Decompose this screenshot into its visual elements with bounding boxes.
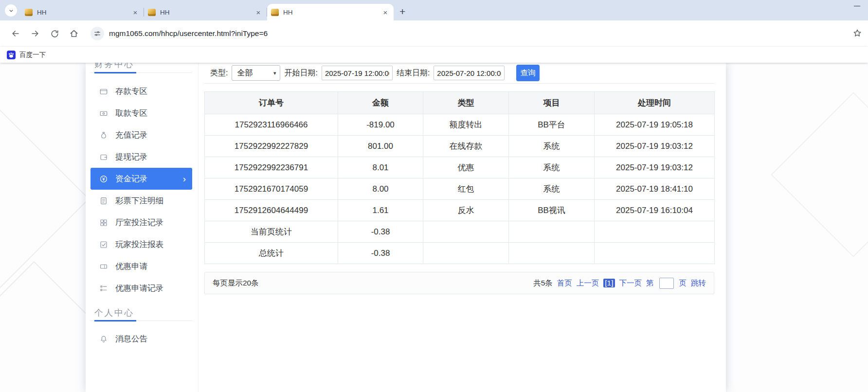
content-panel: 财务中心 存款专区 取款专区 充值记录 xyxy=(86,63,726,392)
cell-type: 在线存款 xyxy=(423,136,509,157)
new-tab-button[interactable]: + xyxy=(399,6,405,17)
search-button[interactable]: 查询 xyxy=(516,65,540,81)
table-row: 1752922992236791 8.01 优惠 系统 2025-07-19 1… xyxy=(205,157,715,178)
chevron-down-icon xyxy=(8,7,15,14)
bookmark-star-button[interactable] xyxy=(852,28,862,39)
bookmark-baidu[interactable]: 百度一下 xyxy=(7,51,46,59)
end-date-label: 结束日期: xyxy=(397,68,430,78)
cell-type: 优惠 xyxy=(423,157,509,178)
table-row-grand-total: 总统计 -0.38 xyxy=(205,243,715,264)
sidebar-item-withdrawal-records[interactable]: 提现记录 xyxy=(90,146,192,168)
sidebar-item-hall-bet-records[interactable]: 厅室投注记录 xyxy=(90,212,192,233)
tab-close-icon[interactable]: × xyxy=(381,8,390,17)
jump-button[interactable]: 跳转 xyxy=(691,278,706,288)
table-row: 1752912604644499 1.61 反水 BB视讯 2025-07-19… xyxy=(205,200,715,221)
cell-project: 系统 xyxy=(509,136,595,157)
site-favicon-icon xyxy=(25,9,33,16)
prev-page-link[interactable]: 上一页 xyxy=(577,278,599,288)
sidebar-item-label: 充值记录 xyxy=(115,130,147,141)
grid-icon xyxy=(99,218,108,227)
bank-card-icon xyxy=(99,87,108,96)
cell-order-no: 1752922992236791 xyxy=(205,157,338,178)
page-jump-input[interactable] xyxy=(659,278,674,289)
minimize-button[interactable]: — xyxy=(854,2,860,9)
tab-close-icon[interactable]: × xyxy=(131,8,140,17)
sidebar-item-promo-apply[interactable]: 优惠申请 xyxy=(90,255,192,277)
table-row: 1752923116966466 -819.00 额度转出 BB平台 2025-… xyxy=(205,114,715,136)
sidebar-item-label: 彩票下注明细 xyxy=(115,196,163,206)
cell-amount: -0.38 xyxy=(338,221,423,243)
sidebar-item-deposit-zone[interactable]: 存款专区 xyxy=(90,80,192,102)
sidebar-item-lottery-bet-details[interactable]: 彩票下注明细 xyxy=(90,190,192,212)
reload-button[interactable] xyxy=(46,25,63,42)
tab-title: HH xyxy=(37,9,131,16)
table-row-page-total: 当前页统计 -0.38 xyxy=(205,221,715,243)
screen: HH × HH × HH × + — xyxy=(0,0,868,392)
forward-button[interactable] xyxy=(26,25,44,42)
cell-amount: -0.38 xyxy=(338,243,423,264)
browser-tab-3-active[interactable]: HH × xyxy=(267,4,394,20)
back-button[interactable] xyxy=(7,25,24,42)
page-size-text: 每页显示20条 xyxy=(213,278,259,288)
cell-process-time: 2025-07-19 16:10:04 xyxy=(595,200,715,221)
jump-prefix-label: 第 xyxy=(646,278,654,288)
sidebar-item-label: 优惠申请记录 xyxy=(115,283,163,294)
type-select-value: 全部 xyxy=(237,68,253,78)
browser-tab-2[interactable]: HH × xyxy=(144,4,267,20)
start-date-input[interactable] xyxy=(322,66,393,80)
site-info-button[interactable] xyxy=(90,27,104,40)
list-icon xyxy=(99,284,108,293)
type-label: 类型: xyxy=(210,68,228,78)
col-header-project: 项目 xyxy=(509,92,595,114)
address-bar[interactable]: mgm1065.com/hhcp/usercenter.html?iniType… xyxy=(109,29,852,38)
next-page-link[interactable]: 下一页 xyxy=(619,278,642,288)
sidebar: 财务中心 存款专区 取款专区 充值记录 xyxy=(86,63,199,392)
bell-icon xyxy=(99,335,108,343)
cell-empty xyxy=(509,243,595,264)
sidebar-item-promo-apply-records[interactable]: 优惠申请记录 xyxy=(90,277,192,299)
cell-process-time: 2025-07-19 19:03:12 xyxy=(595,136,715,157)
arrow-right-icon xyxy=(30,29,40,38)
col-header-type: 类型 xyxy=(423,92,509,114)
decor-shape xyxy=(0,109,90,288)
cell-amount: 8.01 xyxy=(338,157,423,178)
col-header-process-time: 处理时间 xyxy=(595,92,715,114)
browser-tab-1[interactable]: HH × xyxy=(21,4,144,20)
section-underline xyxy=(94,320,136,321)
pagination-controls: 共5条 首页 上一页 [1] 下一页 第 页 跳转 xyxy=(533,278,706,289)
sidebar-item-label: 优惠申请 xyxy=(115,261,147,272)
sidebar-section-finance: 财务中心 xyxy=(90,63,192,71)
banknote-icon xyxy=(99,109,108,118)
cell-project: 系统 xyxy=(509,178,595,200)
tab-close-icon[interactable]: × xyxy=(254,8,263,17)
type-select[interactable]: 全部 ▾ xyxy=(232,65,280,81)
table-row: 1752921670174059 8.00 红包 系统 2025-07-19 1… xyxy=(205,178,715,200)
sidebar-item-label: 提现记录 xyxy=(115,152,147,162)
first-page-link[interactable]: 首页 xyxy=(557,278,572,288)
star-icon xyxy=(852,28,862,38)
sidebar-item-fund-records[interactable]: 资金记录 › xyxy=(90,168,192,190)
cell-amount: -819.00 xyxy=(338,114,423,136)
tab-search-button[interactable] xyxy=(5,4,17,17)
sidebar-item-label: 存款专区 xyxy=(115,86,147,97)
page-background: 财务中心 存款专区 取款专区 充值记录 xyxy=(0,63,868,392)
cell-order-no: 1752922992227829 xyxy=(205,136,338,157)
sidebar-item-label: 取款专区 xyxy=(115,108,147,119)
sidebar-item-label: 资金记录 xyxy=(115,174,147,184)
end-date-input[interactable] xyxy=(434,66,505,80)
reload-icon xyxy=(50,29,59,38)
cell-label: 当前页统计 xyxy=(205,221,338,243)
section-underline xyxy=(94,72,136,73)
sidebar-item-message-announcements[interactable]: 消息公告 xyxy=(90,328,192,350)
site-favicon-icon xyxy=(271,9,279,16)
current-page-indicator: [1] xyxy=(603,279,615,287)
arrow-left-icon xyxy=(11,29,20,38)
cell-type: 反水 xyxy=(423,200,509,221)
sidebar-item-withdraw-zone[interactable]: 取款专区 xyxy=(90,102,192,124)
sidebar-item-player-bet-report[interactable]: 玩家投注报表 xyxy=(90,233,192,255)
cell-process-time: 2025-07-19 18:41:10 xyxy=(595,178,715,200)
home-button[interactable] xyxy=(65,25,83,42)
browser-toolbar: mgm1065.com/hhcp/usercenter.html?iniType… xyxy=(0,20,868,47)
sidebar-item-recharge-records[interactable]: 充值记录 xyxy=(90,124,192,146)
baidu-paw-icon xyxy=(7,51,16,59)
